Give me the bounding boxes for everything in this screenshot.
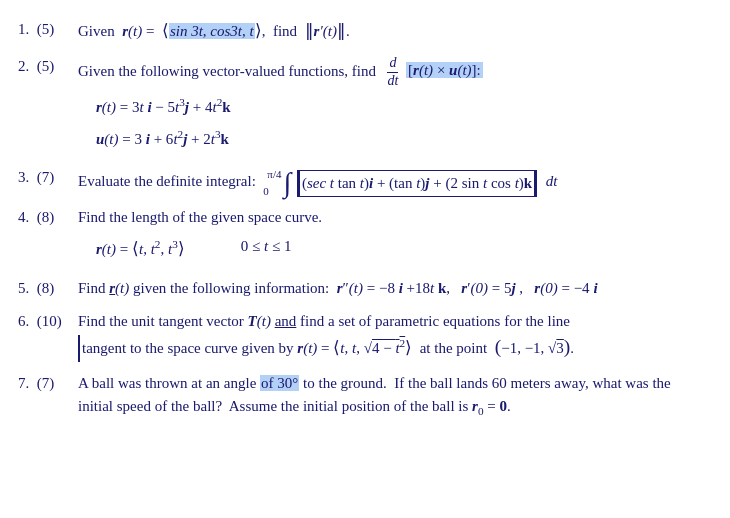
derivative-fraction: d dt (385, 55, 400, 90)
problem-5-content: Find r(t) given the following informatio… (78, 277, 706, 300)
problem-6-content: Find the unit tangent vector T(t) and fi… (78, 310, 706, 362)
problem-1-number: 1. (5) (18, 18, 78, 41)
problem-3: 3. (7) Evaluate the definite integral: π… (18, 166, 706, 200)
space-curve-def: r(t) = ⟨t, t2, t3⟩ 0 ≤ t ≤ 1 (96, 234, 706, 263)
problem-7-content: A ball was thrown at an angle of 30° to … (78, 372, 706, 421)
problem-3-number: 3. (7) (18, 166, 78, 189)
problem-4-content: Find the length of the given space curve… (78, 206, 706, 267)
u-definition: u(t) = 3 i + 6t2j + 2t3k (96, 125, 706, 153)
problem-5: 5. (8) Find r(t) given the following inf… (18, 277, 706, 300)
problem-3-content: Evaluate the definite integral: π/4 0 ∫ … (78, 166, 706, 200)
problem-6-line2: tangent to the space curve given by r(t)… (78, 335, 706, 362)
problem-1-content: Given r(t) = ⟨sin 3t, cos3t, t⟩, find ‖r… (78, 18, 706, 45)
problem-4: 4. (8) Find the length of the given spac… (18, 206, 706, 267)
problem-7-number: 7. (7) (18, 372, 78, 395)
problem-6-number: 6. (10) (18, 310, 78, 333)
definite-integral: π/4 0 ∫ (263, 166, 292, 200)
problem-2-content: Given the following vector-valued functi… (78, 55, 706, 157)
problem-5-number: 5. (8) (18, 277, 78, 300)
problem-6: 6. (10) Find the unit tangent vector T(t… (18, 310, 706, 362)
r-definition: r(t) = 3t i − 5t3j + 4t2k (96, 93, 706, 121)
problem-2-number: 2. (5) (18, 55, 78, 78)
problem-4-number: 4. (8) (18, 206, 78, 229)
problem-1: 1. (5) Given r(t) = ⟨sin 3t, cos3t, t⟩, … (18, 18, 706, 45)
problem-7: 7. (7) A ball was thrown at an angle of … (18, 372, 706, 421)
problem-2: 2. (5) Given the following vector-valued… (18, 55, 706, 157)
